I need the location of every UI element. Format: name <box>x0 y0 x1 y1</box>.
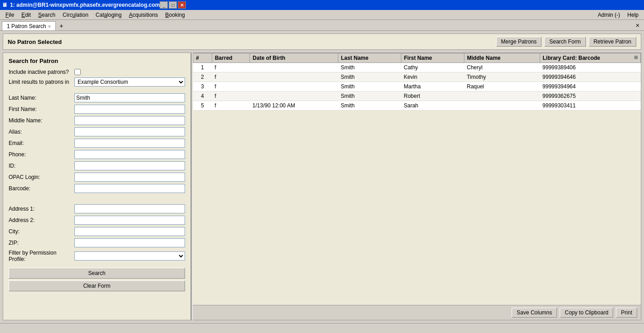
menubar: File Edit Search Circulation Cataloging … <box>0 10 644 20</box>
opac-login-label: OPAC Login: <box>9 174 74 180</box>
cell-dob <box>250 92 338 101</box>
cell-dob <box>250 72 338 82</box>
phone-input[interactable] <box>74 150 185 159</box>
table-row[interactable]: 4 f Smith Robert 99999362675 <box>193 92 641 101</box>
zip-row: ZIP: <box>9 238 185 247</box>
clear-form-button[interactable]: Clear Form <box>9 280 185 291</box>
zip-label: ZIP: <box>9 240 74 246</box>
col-header-last[interactable]: Last Name <box>338 53 401 63</box>
menu-search[interactable]: Search <box>34 11 59 19</box>
cell-first: Kevin <box>401 72 464 82</box>
col-header-num[interactable]: # <box>193 53 212 63</box>
opac-login-input[interactable] <box>74 173 185 182</box>
col-header-first[interactable]: First Name <box>401 53 464 63</box>
address1-row: Address 1: <box>9 204 185 213</box>
include-inactive-checkbox[interactable] <box>74 69 81 75</box>
col-header-barred[interactable]: Barred <box>212 53 249 63</box>
header-buttons: Merge Patrons Search Form Retrieve Patro… <box>496 37 636 47</box>
cell-barcode: 99999303411 <box>540 101 640 111</box>
results-panel: # Barred Date of Birth Last Name First N… <box>193 53 641 320</box>
alias-input[interactable] <box>74 127 185 136</box>
cell-middle: Timothy <box>464 72 540 82</box>
cell-middle: Cheryl <box>464 63 540 72</box>
cell-barred: f <box>212 63 249 72</box>
menu-acquisitions[interactable]: Acquisitions <box>125 11 161 19</box>
main-content: No Patron Selected Merge Patrons Search … <box>0 31 644 323</box>
merge-patrons-button[interactable]: Merge Patrons <box>496 37 542 47</box>
cell-last: Smith <box>338 63 401 72</box>
header-panel: No Patron Selected Merge Patrons Search … <box>3 34 641 50</box>
barcode-label: Barcode: <box>9 185 74 192</box>
search-button[interactable]: Search <box>9 268 185 279</box>
results-footer: Save Columns Copy to Clipboard Print <box>193 305 641 320</box>
table-row[interactable]: 1 f Smith Cathy Cheryl 99999389406 <box>193 63 641 72</box>
cell-first: Martha <box>401 82 464 92</box>
id-input[interactable] <box>74 161 185 170</box>
copy-clipboard-button[interactable]: Copy to Clipboard <box>560 308 613 318</box>
cell-barcode: 99999394646 <box>540 72 640 82</box>
filter-permission-select[interactable] <box>74 251 185 261</box>
minimize-button[interactable]: _ <box>160 1 168 9</box>
cell-num: 3 <box>193 82 212 92</box>
city-input[interactable] <box>74 227 185 236</box>
cell-num: 4 <box>193 92 212 101</box>
menu-circulation[interactable]: Circulation <box>59 11 92 19</box>
id-label: ID: <box>9 163 74 169</box>
table-row[interactable]: 3 f Smith Martha Raquel 99999394964 <box>193 82 641 92</box>
city-label: City: <box>9 228 74 235</box>
menu-edit[interactable]: Edit <box>18 11 34 19</box>
cell-barred: f <box>212 92 249 101</box>
close-button[interactable]: ✕ <box>178 1 186 9</box>
zip-input[interactable] <box>74 238 185 247</box>
admin-menu[interactable]: Admin (-) <box>594 11 624 19</box>
search-form-button[interactable]: Search Form <box>544 37 585 47</box>
cell-dob <box>250 82 338 92</box>
table-row[interactable]: 2 f Smith Kevin Timothy 99999394646 <box>193 72 641 82</box>
limit-results-select[interactable]: Example Consortium <box>74 77 185 87</box>
last-name-row: Last Name: <box>9 93 185 102</box>
cell-barcode: 99999389406 <box>540 63 640 72</box>
search-panel: Search for Patron Include inactive patro… <box>3 53 191 320</box>
menu-cataloging[interactable]: Cataloging <box>92 11 125 19</box>
middle-name-input[interactable] <box>74 116 185 125</box>
cell-middle <box>464 101 540 111</box>
barcode-input[interactable] <box>74 184 185 193</box>
tab-close-icon[interactable]: × <box>48 24 51 29</box>
filter-permission-label: Filter by Permission Profile: <box>9 250 74 262</box>
email-row: Email: <box>9 139 185 148</box>
col-header-dob[interactable]: Date of Birth <box>250 53 338 63</box>
col-header-middle[interactable]: Middle Name <box>464 53 540 63</box>
tab-close-all-icon[interactable]: × <box>633 21 642 30</box>
maximize-button[interactable]: □ <box>169 1 177 9</box>
phone-row: Phone: <box>9 150 185 159</box>
opac-login-row: OPAC Login: <box>9 173 185 182</box>
last-name-input[interactable] <box>74 93 185 102</box>
retrieve-patron-button[interactable]: Retrieve Patron <box>589 37 636 47</box>
table-row[interactable]: 5 f 1/13/90 12:00 AM Smith Sarah 9999930… <box>193 101 641 111</box>
cell-num: 2 <box>193 72 212 82</box>
tab-new-button[interactable]: + <box>57 21 66 30</box>
menu-file[interactable]: File <box>2 11 18 19</box>
content-row: Search for Patron Include inactive patro… <box>3 53 641 320</box>
address2-input[interactable] <box>74 216 185 225</box>
titlebar-title: 1: admin@BR1-winxpvmfx.phasefx.evergreen… <box>10 2 160 8</box>
tab-patron-search[interactable]: 1 Patron Search × <box>2 21 56 30</box>
cell-dob <box>250 63 338 72</box>
first-name-row: First Name: <box>9 105 185 114</box>
print-button[interactable]: Print <box>616 308 637 318</box>
cell-barred: f <box>212 82 249 92</box>
filter-permission-row: Filter by Permission Profile: <box>9 250 185 262</box>
address1-input[interactable] <box>74 204 185 213</box>
email-input[interactable] <box>74 139 185 148</box>
cell-middle: Raquel <box>464 82 540 92</box>
first-name-input[interactable] <box>74 105 185 114</box>
menu-booking[interactable]: Booking <box>161 11 188 19</box>
help-menu[interactable]: Help <box>624 11 642 19</box>
col-header-barcode[interactable]: Library Card: Barcode ⊞ <box>540 53 640 63</box>
cell-num: 5 <box>193 101 212 111</box>
results-table-container: # Barred Date of Birth Last Name First N… <box>193 53 641 305</box>
cell-barred: f <box>212 101 249 111</box>
last-name-label: Last Name: <box>9 95 74 101</box>
include-inactive-label: Include inactive patrons? <box>9 69 74 75</box>
save-columns-button[interactable]: Save Columns <box>512 308 557 318</box>
